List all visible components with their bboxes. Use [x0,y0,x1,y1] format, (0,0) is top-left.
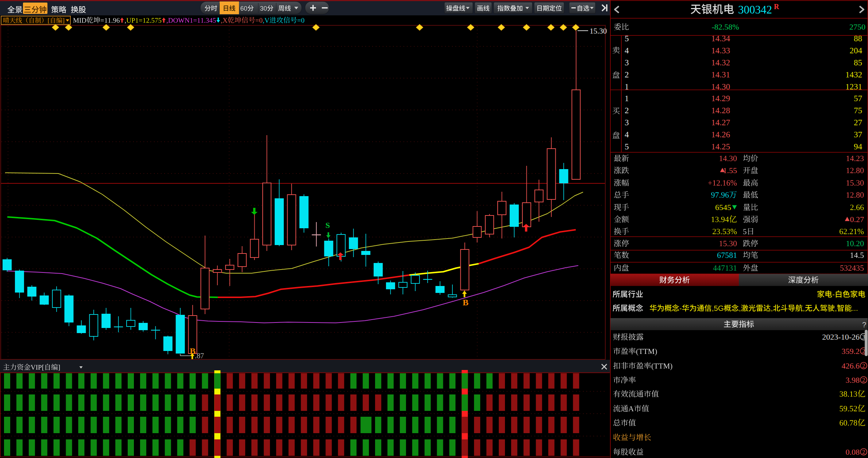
svg-text:14.33: 14.33 [711,46,730,55]
svg-text:88: 88 [854,34,862,43]
svg-text:300342: 300342 [738,3,772,16]
svg-text:5: 5 [625,142,629,151]
svg-text:3: 3 [862,334,865,340]
svg-text:1.55: 1.55 [723,166,737,175]
svg-text:1: 1 [625,82,629,91]
svg-text:75: 75 [854,106,862,115]
svg-text:R: R [774,3,779,11]
svg-text:57: 57 [854,94,862,103]
svg-text:0.08: 0.08 [846,447,860,457]
svg-text:15.30: 15.30 [590,27,607,35]
svg-text:14.25: 14.25 [711,142,730,151]
svg-text:3: 3 [625,118,629,127]
svg-text:3: 3 [625,58,629,67]
svg-text:14.31: 14.31 [711,70,730,79]
svg-text:2: 2 [862,348,865,354]
svg-text:1231: 1231 [845,82,862,91]
svg-text:14.26: 14.26 [711,130,730,139]
svg-text:27: 27 [854,118,862,127]
svg-text:1432: 1432 [845,70,862,79]
svg-text:14.27: 14.27 [711,118,730,127]
svg-text:14.34: 14.34 [711,34,730,43]
svg-text:14.30: 14.30 [711,82,730,91]
svg-text:14.32: 14.32 [711,58,730,67]
svg-text:6545: 6545 [715,203,731,212]
svg-text:4: 4 [625,46,629,55]
svg-text:5: 5 [625,34,629,43]
svg-text:85: 85 [854,58,862,67]
svg-text:3.98: 3.98 [846,375,860,385]
svg-text:426.6: 426.6 [842,361,860,370]
svg-text:2: 2 [625,70,629,79]
svg-text:-82.58%: -82.58% [711,22,739,31]
svg-text:2: 2 [862,377,865,383]
svg-text:2750: 2750 [849,22,865,31]
svg-text:?: ? [862,321,866,329]
svg-text:2: 2 [862,363,865,369]
svg-text:94: 94 [854,142,863,151]
svg-text:2: 2 [862,449,865,455]
svg-text:204: 204 [850,46,863,55]
svg-text:14.29: 14.29 [711,94,730,103]
svg-text:4: 4 [625,130,629,139]
svg-text:0.27: 0.27 [850,215,864,224]
svg-text:37: 37 [854,130,862,139]
svg-text:2: 2 [625,106,629,115]
svg-text:14.28: 14.28 [711,106,730,115]
svg-text:359.2: 359.2 [842,347,860,356]
svg-text:B: B [463,298,468,307]
svg-text:1: 1 [625,94,629,103]
svg-text:2023-10-26: 2023-10-26 [822,332,860,341]
svg-text:.87: .87 [195,352,204,360]
svg-text:S: S [325,221,330,230]
